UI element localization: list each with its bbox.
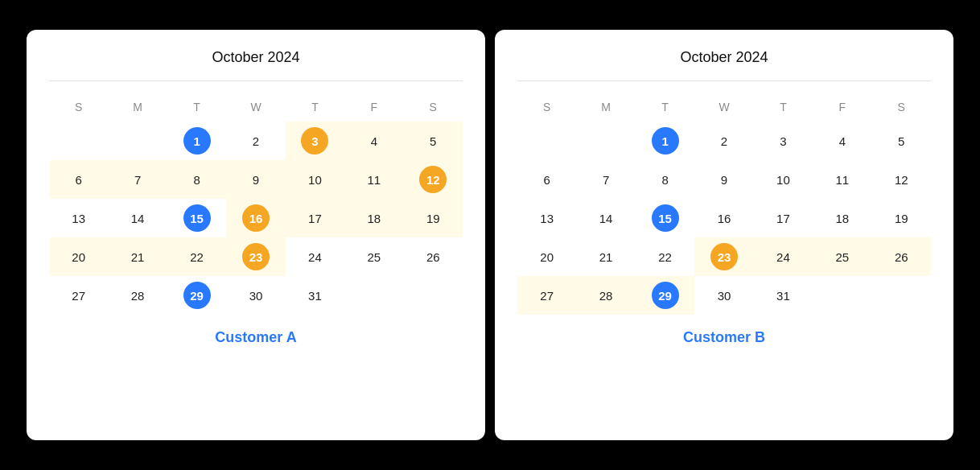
header-w1: W [226,96,285,122]
cell-b-26: 26 [872,237,931,276]
cell-a-8: 8 [167,160,226,199]
b-day-8[interactable]: 8 [652,166,679,193]
b-day-23[interactable]: 23 [710,243,738,270]
b-day-6[interactable]: 6 [533,166,561,193]
day-29[interactable]: 29 [183,282,211,309]
cell-b-11: 11 [813,160,871,199]
day-10[interactable]: 10 [301,166,328,193]
day-9[interactable]: 9 [242,166,270,193]
cell-b-25: 25 [813,237,871,276]
day-15[interactable]: 15 [183,204,211,232]
day-19[interactable]: 19 [419,204,447,232]
day-5[interactable]: 5 [419,127,447,155]
header-f1: F [344,96,403,122]
cell-a-29: 29 [167,276,226,315]
main-container: October 2024 S M T W T F S 1 2 3 4 5 6 7… [14,17,966,453]
cell-a-30: 30 [226,276,285,315]
b-day-30[interactable]: 30 [710,282,738,309]
b-day-17[interactable]: 17 [769,204,797,232]
day-31[interactable]: 31 [301,282,328,309]
b-day-12[interactable]: 12 [887,166,915,193]
b-day-28[interactable]: 28 [592,282,620,309]
cell-a-20: 20 [49,237,108,276]
cell-b-8: 8 [636,160,694,199]
cell-a-31: 31 [286,276,344,315]
b-day-27[interactable]: 27 [533,282,561,309]
calendar-a: October 2024 S M T W T F S 1 2 3 4 5 6 7… [27,30,485,440]
day-26[interactable]: 26 [419,243,447,270]
day-1[interactable]: 1 [183,127,211,155]
cell-a-7: 7 [108,160,167,199]
day-28[interactable]: 28 [124,282,151,309]
day-12[interactable]: 12 [419,166,447,193]
b-day-9[interactable]: 9 [710,166,738,193]
day-7[interactable]: 7 [124,166,151,193]
calendar-a-divider [49,80,463,81]
b-day-25[interactable]: 25 [829,243,856,270]
cell-b-7: 7 [576,160,635,199]
day-17[interactable]: 17 [301,204,328,232]
b-day-3[interactable]: 3 [769,127,797,155]
cell-b-empty1 [517,122,576,160]
cell-b-17: 17 [754,199,813,237]
b-header-s2: S [872,96,931,122]
b-day-26[interactable]: 26 [887,243,915,270]
cell-b-27: 27 [517,276,576,315]
day-22[interactable]: 22 [183,243,211,270]
cell-a-26: 26 [404,237,463,276]
day-6[interactable]: 6 [65,166,93,193]
cell-b-9: 9 [694,160,753,199]
b-day-14[interactable]: 14 [592,204,620,232]
day-24[interactable]: 24 [301,243,328,270]
b-day-18[interactable]: 18 [829,204,856,232]
b-header-w1: W [694,96,753,122]
day-18[interactable]: 18 [360,204,388,232]
b-day-15[interactable]: 15 [652,204,679,232]
cell-a-22: 22 [167,237,226,276]
cell-b-21: 21 [576,237,635,276]
cell-a-14: 14 [108,199,167,237]
day-13[interactable]: 13 [65,204,93,232]
b-day-1[interactable]: 1 [652,127,679,155]
b-day-19[interactable]: 19 [887,204,915,232]
day-14[interactable]: 14 [124,204,151,232]
cell-a-empty2 [108,122,167,160]
day-25[interactable]: 25 [360,243,388,270]
header-m1: M [108,96,167,122]
b-day-31[interactable]: 31 [769,282,797,309]
b-day-11[interactable]: 11 [829,166,856,193]
b-day-13[interactable]: 13 [533,204,561,232]
b-day-16[interactable]: 16 [710,204,738,232]
b-day-10[interactable]: 10 [769,166,797,193]
day-4[interactable]: 4 [360,127,388,155]
b-day-21[interactable]: 21 [592,243,620,270]
b-header-f1: F [813,96,871,122]
day-21[interactable]: 21 [124,243,151,270]
b-header-t2: T [754,96,813,122]
b-day-24[interactable]: 24 [769,243,797,270]
day-20[interactable]: 20 [65,243,93,270]
b-day-5[interactable]: 5 [887,127,915,155]
cell-b-31: 31 [754,276,813,315]
b-day-29[interactable]: 29 [652,282,679,309]
day-3[interactable]: 3 [301,127,328,155]
b-day-7[interactable]: 7 [592,166,620,193]
b-day-20[interactable]: 20 [533,243,561,270]
cell-a-2: 2 [226,122,285,160]
cell-b-10: 10 [754,160,813,199]
day-11[interactable]: 11 [360,166,388,193]
day-2[interactable]: 2 [242,127,270,155]
b-day-2[interactable]: 2 [710,127,738,155]
day-30[interactable]: 30 [242,282,270,309]
cell-b-18: 18 [813,199,871,237]
cell-a-16: 16 [226,199,285,237]
cell-a-empty3 [344,276,403,315]
b-day-4[interactable]: 4 [829,127,856,155]
cell-b-23: 23 [694,237,753,276]
day-16[interactable]: 16 [242,204,270,232]
cell-a-23: 23 [226,237,285,276]
day-23[interactable]: 23 [242,243,270,270]
day-8[interactable]: 8 [183,166,211,193]
day-27[interactable]: 27 [65,282,93,309]
b-day-22[interactable]: 22 [652,243,679,270]
